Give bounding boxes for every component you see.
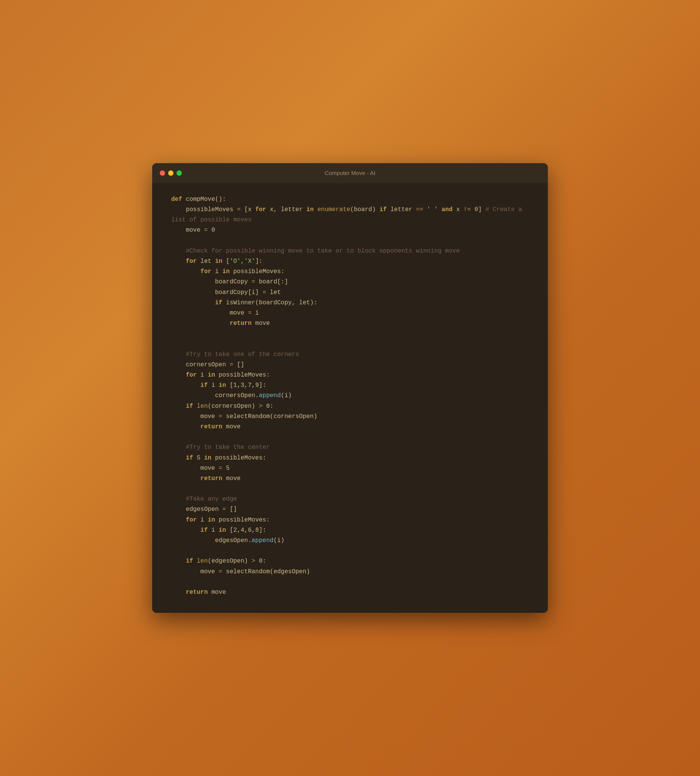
titlebar: Computer Move - AI: [152, 163, 548, 183]
code-line: #Try to take the center: [171, 442, 529, 453]
code-line: move = selectRandom(cornersOpen): [171, 411, 529, 422]
code-line: def compMove():: [171, 194, 529, 205]
code-line: for i in possibleMoves:: [171, 266, 529, 277]
code-line: move = 5: [171, 463, 529, 474]
code-line: if len(cornersOpen) > 0:: [171, 401, 529, 411]
code-line: edgesOpen = []: [171, 505, 529, 515]
code-line: #Take any edge: [171, 494, 529, 505]
code-line: if 5 in possibleMoves:: [171, 453, 529, 463]
traffic-lights: [160, 170, 182, 176]
close-button[interactable]: [160, 170, 165, 176]
code-line: if len(edgesOpen) > 0:: [171, 556, 529, 566]
code-line: move = 0: [171, 225, 529, 235]
code-line: for i in possibleMoves:: [171, 370, 529, 380]
code-line: if i in [1,3,7,9]:: [171, 380, 529, 391]
code-line: boardCopy = board[:]: [171, 277, 529, 287]
window-title: Computer Move - AI: [325, 170, 375, 176]
code-line: boardCopy[i] = let: [171, 288, 529, 298]
code-line: #Check for possible winning move to take…: [171, 246, 529, 256]
code-line: if isWinner(boardCopy, let):: [171, 298, 529, 308]
minimize-button[interactable]: [168, 170, 173, 176]
code-line: return move: [171, 318, 529, 329]
code-line: return move: [171, 422, 529, 432]
code-line: edgesOpen.append(i): [171, 536, 529, 546]
code-window: Computer Move - AI def compMove(): possi…: [152, 163, 548, 613]
code-line: return move: [171, 474, 529, 484]
code-line: move = i: [171, 308, 529, 318]
code-line: for let in ['O','X']:: [171, 256, 529, 266]
code-line: move = selectRandom(edgesOpen): [171, 567, 529, 577]
code-line: for i in possibleMoves:: [171, 515, 529, 525]
code-line: #Try to take one of the corners: [171, 350, 529, 360]
maximize-button[interactable]: [177, 170, 182, 176]
code-line: if i in [2,4,6,8]:: [171, 525, 529, 536]
code-line: cornersOpen.append(i): [171, 391, 529, 401]
code-line: cornersOpen = []: [171, 360, 529, 370]
code-line: return move: [171, 587, 529, 598]
code-line: possibleMoves = [x for x, letter in enum…: [171, 205, 529, 215]
code-line: list of possible moves: [171, 215, 529, 225]
code-editor: def compMove(): possibleMoves = [x for x…: [152, 183, 548, 613]
